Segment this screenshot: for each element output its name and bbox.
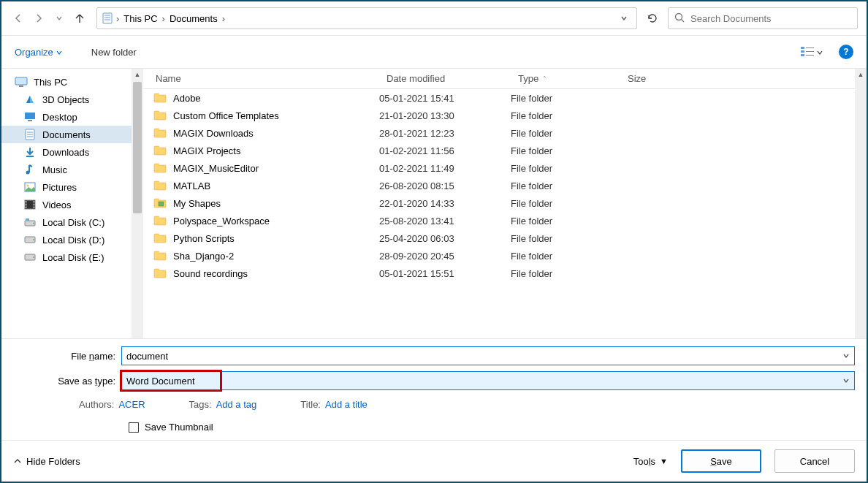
- tree-item-documents[interactable]: Documents: [1, 126, 143, 143]
- file-row[interactable]: MAGIX Projects01-02-2021 11:56File folde…: [144, 142, 867, 159]
- file-row[interactable]: MAGIX_MusicEditor01-02-2021 11:49File fo…: [144, 159, 867, 177]
- save-thumbnail-label[interactable]: Save Thumbnail: [145, 422, 213, 433]
- file-row[interactable]: Python Scripts25-04-2020 06:03File folde…: [144, 229, 867, 247]
- documents-icon: [102, 12, 113, 24]
- file-name: MAGIX Downloads: [173, 128, 254, 139]
- file-row[interactable]: Custom Office Templates21-01-2020 13:30F…: [144, 107, 867, 124]
- svg-rect-17: [28, 120, 32, 121]
- file-row[interactable]: MAGIX Downloads28-01-2021 12:23File fold…: [144, 124, 867, 142]
- address-bar[interactable]: › This PC › Documents ›: [96, 7, 637, 29]
- chevron-right-icon: ›: [162, 13, 165, 24]
- file-row[interactable]: Polyspace_Workspace25-08-2020 13:41File …: [144, 212, 867, 229]
- file-type: File folder: [511, 180, 620, 191]
- file-row[interactable]: My Shapes22-01-2020 14:33File folder: [144, 194, 867, 212]
- tree-item-local-disk-d-[interactable]: Local Disk (D:)›: [1, 231, 143, 248]
- file-type: File folder: [511, 268, 620, 279]
- hide-folders-button[interactable]: Hide Folders: [13, 456, 80, 467]
- folder-icon: [153, 145, 167, 156]
- file-type: File folder: [511, 251, 620, 262]
- navigation-tree[interactable]: This PC 3D ObjectsDesktopDocumentsDownlo…: [1, 69, 144, 338]
- save-button[interactable]: Save: [681, 449, 761, 473]
- recent-dropdown[interactable]: [51, 10, 67, 26]
- file-row[interactable]: Adobe05-01-2021 15:41File folder: [144, 89, 867, 107]
- list-scrollbar[interactable]: ▲: [855, 69, 867, 338]
- tree-label: Local Disk (E:): [42, 252, 104, 263]
- tree-label: Local Disk (D:): [42, 235, 104, 246]
- folder-icon: [153, 197, 167, 209]
- tree-item-3d-objects[interactable]: 3D Objects: [1, 91, 143, 108]
- help-button[interactable]: ?: [839, 45, 853, 59]
- pictures-icon: [23, 181, 37, 193]
- folder-icon: [153, 267, 167, 279]
- file-date: 25-08-2020 13:41: [379, 216, 511, 227]
- tree-item-downloads[interactable]: Downloads: [1, 143, 143, 161]
- folder-icon: [153, 215, 167, 227]
- title-value[interactable]: Add a title: [325, 399, 368, 410]
- tree-scrollbar[interactable]: ▲: [132, 69, 143, 338]
- address-dropdown[interactable]: [616, 13, 632, 24]
- svg-point-31: [26, 207, 27, 208]
- tree-label: Downloads: [42, 147, 89, 158]
- chevron-down-icon[interactable]: [842, 351, 850, 362]
- view-options-button[interactable]: [801, 47, 823, 58]
- tags-value[interactable]: Add a tag: [216, 399, 257, 410]
- file-name: My Shapes: [173, 198, 221, 209]
- search-input[interactable]: [690, 13, 851, 24]
- tree-item-pictures[interactable]: Pictures: [1, 178, 143, 196]
- tree-item-music[interactable]: Music: [1, 161, 143, 178]
- file-row[interactable]: Sha_Django-228-09-2020 20:45File folder: [144, 247, 867, 265]
- save-thumbnail-checkbox[interactable]: [129, 422, 139, 433]
- col-name-header[interactable]: Name: [153, 73, 387, 84]
- col-type-header[interactable]: Type˄: [518, 73, 628, 84]
- file-name-combo[interactable]: [121, 346, 855, 365]
- svg-point-29: [26, 201, 27, 202]
- file-name: Python Scripts: [173, 233, 235, 244]
- file-date: 22-01-2020 14:33: [379, 198, 511, 209]
- file-name: Adobe: [173, 93, 201, 104]
- search-icon: [674, 12, 685, 25]
- folder-icon: [153, 127, 167, 139]
- file-date: 05-01-2021 15:51: [379, 268, 511, 279]
- col-date-header[interactable]: Date modified: [387, 73, 518, 84]
- cancel-button[interactable]: Cancel: [774, 449, 855, 473]
- tree-item-videos[interactable]: Videos: [1, 196, 143, 213]
- 3d-icon: [23, 94, 37, 105]
- tree-item-local-disk-e-[interactable]: Local Disk (E:)›: [1, 248, 143, 266]
- scrollbar-thumb[interactable]: [133, 82, 142, 213]
- back-button[interactable]: [10, 10, 26, 26]
- authors-value[interactable]: ACER: [118, 399, 145, 410]
- file-row[interactable]: Sound recordings05-01-2021 15:51File fol…: [144, 265, 867, 282]
- tree-label: Videos: [42, 199, 72, 210]
- file-name-input[interactable]: [126, 351, 842, 362]
- chevron-down-icon[interactable]: [842, 376, 850, 387]
- videos-icon: [23, 199, 37, 210]
- tools-dropdown[interactable]: Tools ▼: [633, 456, 668, 467]
- tree-label: Pictures: [42, 182, 77, 193]
- refresh-button[interactable]: [642, 7, 663, 29]
- scroll-up-icon[interactable]: ▲: [855, 69, 867, 80]
- file-row[interactable]: MATLAB26-08-2020 08:15File folder: [144, 177, 867, 194]
- organize-button[interactable]: Organize: [15, 47, 62, 58]
- forward-button[interactable]: [31, 10, 47, 26]
- svg-rect-36: [26, 218, 29, 221]
- folder-icon: [153, 180, 167, 191]
- save-type-combo[interactable]: Word Document: [121, 371, 855, 390]
- svg-rect-12: [15, 77, 27, 85]
- tree-label: Music: [42, 164, 67, 175]
- breadcrumb-this-pc[interactable]: This PC: [122, 12, 159, 26]
- breadcrumb-documents[interactable]: Documents: [168, 12, 219, 26]
- tree-item-local-disk-c-[interactable]: Local Disk (C:): [1, 213, 143, 231]
- search-box[interactable]: [668, 7, 858, 29]
- music-icon: [23, 164, 37, 175]
- file-date: 21-01-2020 13:30: [379, 110, 511, 121]
- up-button[interactable]: [72, 10, 88, 26]
- new-folder-button[interactable]: New folder: [91, 47, 137, 58]
- folder-icon: [153, 110, 167, 121]
- file-name: MAGIX Projects: [173, 145, 240, 156]
- save-form: File name: Save as type: Word Document A…: [1, 338, 867, 440]
- col-size-header[interactable]: Size: [628, 73, 701, 84]
- scroll-up-icon[interactable]: ▲: [132, 69, 143, 80]
- tree-item-desktop[interactable]: Desktop: [1, 108, 143, 126]
- tree-this-pc[interactable]: This PC: [1, 73, 143, 91]
- navigation-bar: › This PC › Documents ›: [1, 1, 867, 36]
